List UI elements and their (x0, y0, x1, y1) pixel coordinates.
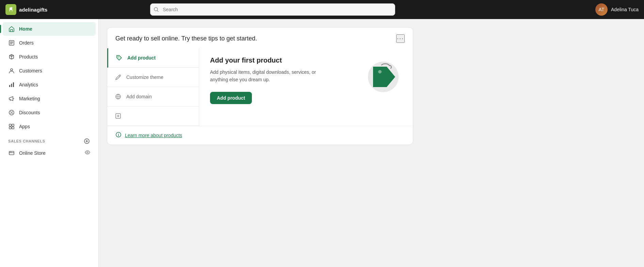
sidebar-marketing-label: Marketing (19, 96, 40, 101)
sidebar-item-marketing[interactable]: Marketing (3, 92, 96, 105)
search-icon (154, 7, 159, 12)
more-options-button[interactable]: ··· (396, 34, 405, 43)
step-customize-label: Customize theme (126, 74, 163, 80)
online-store-left: Online Store (8, 150, 46, 156)
store-name-label: adelinagifts (19, 7, 47, 13)
apps-icon (8, 123, 15, 130)
domain-icon (114, 93, 122, 101)
customize-icon (114, 73, 122, 81)
svg-rect-1 (10, 10, 12, 12)
svg-rect-11 (12, 124, 14, 126)
svg-point-25 (118, 133, 119, 134)
svg-point-18 (87, 152, 88, 153)
sidebar-item-orders[interactable]: Orders (3, 36, 96, 50)
sidebar-item-online-store[interactable]: Online Store (3, 146, 96, 160)
search-bar (150, 3, 395, 16)
sidebar-customers-label: Customers (19, 68, 42, 73)
tag-icon (115, 54, 123, 62)
marketing-icon (8, 95, 15, 102)
svg-rect-8 (13, 82, 14, 87)
svg-rect-10 (9, 124, 11, 126)
search-input[interactable] (150, 3, 395, 16)
online-store-icon (8, 150, 15, 156)
svg-rect-12 (9, 127, 11, 129)
svg-point-5 (11, 69, 13, 71)
step-content-desc: Add physical items, digital downloads, s… (210, 68, 333, 84)
sidebar-discounts-label: Discounts (19, 110, 40, 115)
card-header: Get ready to sell online. Try these tips… (107, 28, 413, 48)
discounts-icon (8, 109, 15, 116)
sidebar-analytics-label: Analytics (19, 82, 38, 87)
card-title: Get ready to sell online. Try these tips… (115, 35, 257, 42)
info-icon (115, 132, 122, 139)
store-logo[interactable]: adelinagifts (5, 4, 47, 15)
sales-channels-label: SALES CHANNELS (8, 139, 45, 143)
svg-point-23 (378, 70, 382, 73)
step-add-product[interactable]: Add product (107, 48, 199, 68)
sidebar-item-apps[interactable]: Apps (3, 120, 96, 133)
step-add-product-label: Add product (127, 55, 156, 61)
sidebar-apps-label: Apps (19, 124, 30, 129)
svg-line-3 (157, 11, 158, 12)
user-name-label: Adelina Tuca (611, 7, 639, 12)
step-content-row: Add your first product Add physical item… (210, 56, 402, 104)
svg-point-17 (11, 152, 12, 152)
sidebar-home-label: Home (19, 26, 32, 32)
user-area[interactable]: AT Adelina Tuca (595, 3, 639, 16)
svg-point-19 (118, 56, 118, 57)
step-add-domain-label: Add domain (126, 94, 152, 99)
products-icon (8, 53, 15, 60)
online-store-label: Online Store (19, 150, 46, 156)
sales-channels-section: SALES CHANNELS (0, 134, 98, 146)
svg-rect-15 (9, 151, 14, 155)
svg-rect-6 (9, 85, 10, 87)
sidebar-products-label: Products (19, 54, 38, 60)
sidebar-item-discounts[interactable]: Discounts (3, 106, 96, 119)
step-content-title: Add your first product (210, 56, 333, 64)
home-icon (8, 26, 15, 32)
card-footer: Learn more about products (107, 126, 413, 145)
main-layout: Home Orders Products (0, 19, 644, 267)
sidebar-item-customers[interactable]: Customers (3, 64, 96, 78)
add-sales-channel-button[interactable] (83, 138, 90, 145)
step-add-domain[interactable]: Add domain (107, 87, 199, 106)
content-area: Get ready to sell online. Try these tips… (99, 19, 644, 267)
steps-layout: Add product Customize theme (107, 48, 413, 126)
analytics-icon (8, 81, 15, 88)
orders-icon (8, 39, 15, 46)
learn-more-link[interactable]: Learn more about products (125, 133, 182, 138)
sidebar-item-analytics[interactable]: Analytics (3, 78, 96, 91)
svg-point-16 (10, 152, 11, 152)
step-content-panel: Add your first product Add physical item… (199, 48, 413, 126)
step-customize-theme[interactable]: Customize theme (107, 68, 199, 87)
add-product-button[interactable]: Add product (210, 92, 252, 104)
step-4[interactable] (107, 106, 199, 126)
step4-icon (114, 112, 122, 120)
customers-icon (8, 67, 15, 74)
sidebar-item-products[interactable]: Products (3, 50, 96, 64)
step-content-text: Add your first product Add physical item… (210, 56, 333, 104)
sidebar-orders-label: Orders (19, 40, 34, 46)
sidebar: Home Orders Products (0, 19, 99, 267)
product-illustration (361, 56, 402, 97)
topbar: adelinagifts AT Adelina Tuca (0, 0, 644, 19)
avatar: AT (595, 3, 608, 16)
getting-started-card: Get ready to sell online. Try these tips… (107, 27, 413, 145)
svg-rect-13 (12, 127, 14, 129)
svg-rect-7 (11, 84, 12, 87)
steps-list: Add product Customize theme (107, 48, 199, 126)
sidebar-item-home[interactable]: Home (3, 22, 96, 36)
eye-icon[interactable] (85, 150, 90, 156)
